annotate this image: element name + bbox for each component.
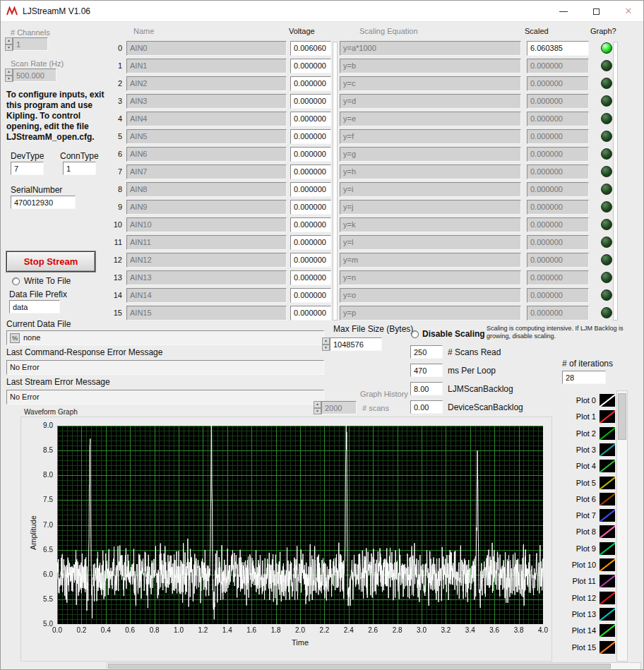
scaling-equation-field[interactable]: y=n [340,270,521,285]
scaling-equation-field[interactable]: y=m [340,253,521,268]
scaling-equation-field[interactable]: y=l [340,235,521,250]
legend-item[interactable]: Plot 6 [556,491,615,507]
scaling-equation-field[interactable]: y=c [340,76,521,91]
channel-name-field[interactable]: AIN4 [126,112,287,126]
scaling-equation-field[interactable]: y=o [340,288,521,303]
channel-name-field[interactable]: AIN1 [126,59,287,73]
max-file-size-field[interactable]: 1048576 [330,337,382,351]
channel-name-field[interactable]: AIN14 [126,288,287,303]
channel-name-field[interactable]: AIN3 [126,94,287,109]
legend-item[interactable]: Plot 13 [556,606,615,622]
graph-led[interactable] [601,272,612,283]
conntype-field[interactable]: 1 [63,162,96,175]
header-name: Name [133,27,154,35]
scan-rate-stepper[interactable]: ▲▼ [5,68,13,82]
graph-led[interactable] [601,148,612,160]
num-channels-stepper[interactable]: ▲▼ [5,37,13,51]
channel-name-field[interactable]: AIN10 [126,217,287,232]
channel-name-field[interactable]: AIN11 [126,235,287,250]
graph-history-stepper[interactable]: ▲▼ [314,401,321,414]
legend-item[interactable]: Plot 8 [556,524,615,539]
devtype-field[interactable]: 7 [11,162,44,175]
graph-history-field[interactable]: 2000 [321,401,357,414]
graph-led[interactable] [601,95,612,107]
legend-item[interactable]: Plot 4 [556,458,615,474]
graph-led[interactable] [601,166,612,177]
channel-name-field[interactable]: AIN13 [126,270,287,285]
scaling-equation-field[interactable]: y=a*1000 [340,41,521,56]
up-arrow-icon[interactable]: ▲ [322,337,330,345]
scaling-equation-field[interactable]: y=p [340,306,521,321]
graph-led[interactable] [601,237,612,248]
scrollbar-thumb[interactable] [618,393,626,440]
num-channels-field[interactable]: 1 [13,37,48,51]
scaling-equation-field[interactable]: y=i [340,182,521,197]
graph-led[interactable] [601,254,612,265]
channel-name-field[interactable]: AIN9 [126,200,287,215]
up-arrow-icon[interactable]: ▲ [5,68,13,76]
graph-led[interactable] [601,113,612,124]
down-arrow-icon[interactable]: ▼ [314,408,321,415]
disable-scaling-radio[interactable] [411,330,419,338]
channel-name-field[interactable]: AIN0 [126,41,287,56]
legend-item[interactable]: Plot 9 [556,541,615,556]
channel-name-field[interactable]: AIN6 [126,147,287,162]
legend-item[interactable]: Plot 3 [556,442,615,457]
legend-item[interactable]: Plot 1 [556,409,615,424]
legend-item[interactable]: Plot 12 [556,590,615,606]
path-icon[interactable]: % [10,333,20,343]
graph-led[interactable] [601,289,612,301]
graph-led[interactable] [601,219,612,230]
legend-item[interactable]: Plot 10 [556,557,615,573]
minimize-button[interactable]: — [547,1,580,22]
up-arrow-icon[interactable]: ▲ [5,37,13,44]
legend-item[interactable]: Plot 11 [556,573,615,589]
maximize-button[interactable] [580,1,612,22]
down-arrow-icon[interactable]: ▼ [5,44,13,52]
legend-item[interactable]: Plot 7 [556,508,615,523]
down-arrow-icon[interactable]: ▼ [322,345,330,352]
serial-number-field[interactable]: 470012930 [11,196,76,209]
graph-led[interactable] [601,307,612,318]
channel-name-field[interactable]: AIN15 [126,306,287,321]
scaling-equation-field[interactable]: y=e [340,112,521,126]
scaling-equation-field[interactable]: y=d [340,94,521,109]
scrollbar-thumb[interactable] [108,664,611,669]
up-arrow-icon[interactable]: ▲ [314,401,321,408]
max-file-size-stepper[interactable]: ▲▼ [322,337,330,351]
legend-item[interactable]: Plot 2 [556,426,615,441]
scaling-equation-field[interactable]: y=g [340,147,521,162]
channel-name-field[interactable]: AIN5 [126,129,287,144]
legend-item[interactable]: Plot 5 [556,475,615,491]
scaling-equation-field[interactable]: y=b [340,59,521,73]
down-arrow-icon[interactable]: ▼ [5,76,13,83]
graph-column-scrollbar[interactable] [613,42,618,321]
graph-led[interactable] [601,78,612,89]
channel-name-field[interactable]: AIN7 [126,164,287,179]
data-file-prefix-field[interactable]: data [9,300,60,313]
legend-scrollbar[interactable] [616,390,628,662]
voltage-scrollbar[interactable] [333,42,338,321]
table-row: 14AIN140.000000y=o0.000000 [107,288,633,306]
stop-stream-button[interactable]: Stop Stream [6,251,95,272]
graph-led[interactable] [601,60,612,71]
legend-item[interactable]: Plot 0 [556,393,615,408]
scan-rate-field[interactable]: 500.000 [13,68,56,82]
channel-name-field[interactable]: AIN2 [126,76,287,91]
graph-led[interactable] [601,184,612,195]
legend-item[interactable]: Plot 14 [556,623,615,638]
graph-led[interactable] [601,131,612,142]
scaling-equation-field[interactable]: y=f [340,129,521,144]
current-data-file-field[interactable]: %none [6,330,324,345]
channel-name-field[interactable]: AIN8 [126,182,287,197]
graph-led[interactable] [601,42,612,54]
graph-led[interactable] [601,201,612,213]
horizontal-scrollbar[interactable] [107,662,641,670]
channel-name-field[interactable]: AIN12 [126,253,287,268]
scaling-equation-field[interactable]: y=h [340,164,521,179]
scaling-equation-field[interactable]: y=j [340,200,521,215]
scaling-equation-field[interactable]: y=k [340,217,521,232]
write-to-file-radio[interactable] [12,277,20,285]
legend-item[interactable]: Plot 15 [556,640,615,655]
close-button[interactable]: ✕ [612,1,644,22]
